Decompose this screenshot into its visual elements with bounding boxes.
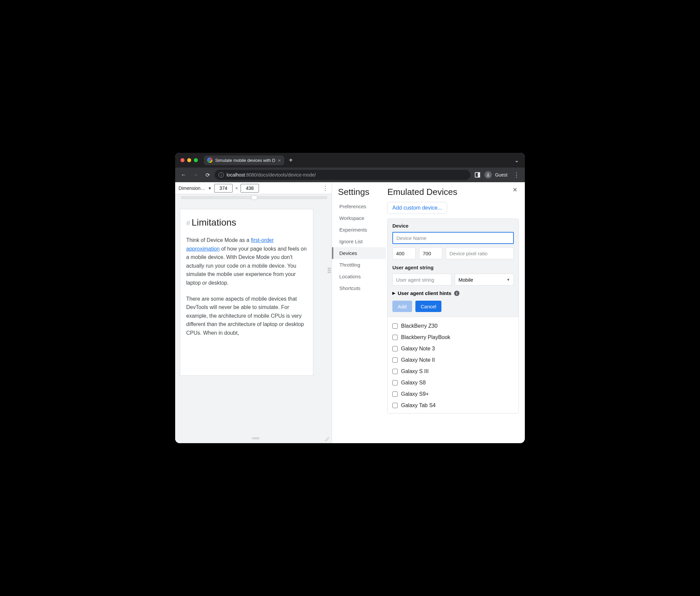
device-list-label: Galaxy S8 — [401, 380, 426, 386]
checkbox-icon[interactable] — [392, 392, 398, 397]
window-controls — [180, 158, 198, 162]
content-area: Dimension… ▼ × ⋮ #Limitations Think of D… — [175, 182, 525, 443]
close-window-icon[interactable] — [180, 158, 184, 162]
checkbox-icon[interactable] — [392, 369, 398, 374]
chrome-favicon-icon — [207, 157, 212, 163]
device-name-input[interactable] — [392, 232, 514, 244]
settings-nav-experiments[interactable]: Experiments — [332, 224, 386, 235]
device-list-item[interactable]: BlackBerry Z30 — [392, 320, 514, 332]
viewport-stage: #Limitations Think of Device Mode as a f… — [175, 194, 332, 443]
device-section-label: Device — [392, 223, 514, 229]
add-custom-device-button[interactable]: Add custom device... — [388, 202, 447, 214]
dimension-separator: × — [235, 185, 238, 191]
dropdown-caret-icon[interactable]: ▼ — [208, 186, 211, 190]
settings-nav-locations[interactable]: Locations — [332, 271, 386, 282]
add-device-button[interactable]: Add — [392, 301, 412, 312]
nav-back-button[interactable]: ← — [178, 170, 189, 180]
heading-anchor-icon[interactable]: # — [186, 219, 190, 227]
url-text: localhost:8080/docs/devtools/device-mode… — [227, 172, 316, 177]
title-bar: Simulate mobile devices with D × + ⌄ — [175, 153, 525, 168]
checkbox-icon[interactable] — [392, 335, 398, 340]
width-ruler[interactable] — [181, 196, 327, 199]
device-list-item[interactable]: Galaxy S9+ — [392, 389, 514, 400]
settings-sidebar: Settings PreferencesWorkspaceExperiments… — [332, 182, 386, 443]
emulated-viewport[interactable]: #Limitations Think of Device Mode as a f… — [180, 209, 313, 376]
device-form: Device User agent string Mobile — [388, 219, 519, 414]
ua-section-label: User agent string — [392, 265, 514, 270]
settings-nav-workspace[interactable]: Workspace — [332, 212, 386, 224]
viewport-height-input[interactable] — [241, 184, 259, 193]
checkbox-icon[interactable] — [392, 346, 398, 351]
width-ruler-thumb-icon[interactable] — [251, 195, 257, 200]
profile-label[interactable]: Guest — [495, 172, 507, 177]
device-width-input[interactable] — [392, 247, 416, 259]
device-form-section: Device User agent string Mobile — [388, 219, 519, 317]
info-icon[interactable]: i — [454, 291, 459, 296]
profile-avatar-icon[interactable] — [484, 171, 492, 178]
ua-type-value: Mobile — [458, 277, 473, 283]
tab-title: Simulate mobile devices with D — [215, 158, 275, 163]
nav-forward-button: → — [191, 170, 201, 180]
settings-title: Settings — [338, 187, 380, 197]
settings-nav-devices[interactable]: Devices — [332, 247, 386, 259]
site-info-icon[interactable]: i — [219, 172, 224, 177]
ua-type-select[interactable]: Mobile ▼ — [455, 274, 514, 285]
viewport-width-input[interactable] — [214, 184, 232, 193]
corner-resize-handle-icon[interactable] — [324, 437, 329, 441]
device-list-item[interactable]: Galaxy Note II — [392, 354, 514, 366]
ua-client-hints-label: User agent client hints — [398, 290, 451, 296]
address-bar[interactable]: i localhost:8080/docs/devtools/device-mo… — [215, 170, 471, 180]
page-heading: #Limitations — [186, 217, 307, 228]
devtools-settings: Settings PreferencesWorkspaceExperiments… — [332, 182, 525, 443]
tabs-dropdown-icon[interactable]: ⌄ — [512, 157, 522, 164]
settings-close-icon[interactable]: ✕ — [511, 185, 519, 194]
settings-nav-ignore-list[interactable]: Ignore List — [332, 235, 386, 247]
browser-tab[interactable]: Simulate mobile devices with D × — [204, 155, 284, 165]
device-pixel-ratio-input[interactable] — [446, 247, 514, 259]
checkbox-icon[interactable] — [392, 403, 398, 408]
device-toolbar-menu-icon[interactable]: ⋮ — [322, 184, 328, 192]
device-list-label: Galaxy Tab S4 — [401, 402, 436, 408]
device-list-item[interactable]: Blackberry PlayBook — [392, 332, 514, 343]
browser-window: Simulate mobile devices with D × + ⌄ ← →… — [175, 153, 525, 443]
settings-nav-throttling[interactable]: Throttling — [332, 259, 386, 271]
panel-icon — [475, 172, 480, 177]
device-mode-pane: Dimension… ▼ × ⋮ #Limitations Think of D… — [175, 182, 332, 443]
settings-nav-shortcuts[interactable]: Shortcuts — [332, 282, 386, 294]
device-list-item[interactable]: Galaxy Note 3 — [392, 343, 514, 354]
url-path: /docs/devtools/device-mode/ — [256, 172, 316, 177]
bottom-resize-handle-icon[interactable]: ══ — [252, 435, 258, 442]
device-list-label: BlackBerry Z30 — [401, 323, 438, 329]
ua-client-hints-toggle[interactable]: ▶ User agent client hints i — [392, 290, 514, 296]
maximize-window-icon[interactable] — [194, 158, 198, 162]
cancel-device-button[interactable]: Cancel — [416, 301, 442, 312]
device-list-label: Galaxy Note II — [401, 357, 435, 363]
checkbox-icon[interactable] — [392, 357, 398, 363]
device-list-item[interactable]: Galaxy Tab S4 — [392, 400, 514, 411]
height-handle[interactable] — [328, 268, 331, 291]
browser-menu-button[interactable]: ⋮ — [511, 171, 522, 178]
device-list: BlackBerry Z30Blackberry PlayBookGalaxy … — [388, 317, 519, 413]
device-list-item[interactable]: Galaxy S III — [392, 366, 514, 377]
panel-toggle-button[interactable] — [472, 170, 482, 180]
browser-toolbar: ← → ⟳ i localhost:8080/docs/devtools/dev… — [175, 168, 525, 182]
checkbox-icon[interactable] — [392, 380, 398, 386]
device-list-item[interactable]: Galaxy S8 — [392, 377, 514, 389]
settings-nav-preferences[interactable]: Preferences — [332, 201, 386, 212]
page-paragraph: There are some aspects of mobile devices… — [186, 295, 307, 338]
reload-button[interactable]: ⟳ — [202, 170, 212, 180]
device-height-input[interactable] — [419, 247, 443, 259]
checkbox-icon[interactable] — [392, 323, 398, 329]
user-agent-input[interactable] — [392, 274, 451, 285]
device-list-label: Galaxy S III — [401, 368, 429, 374]
device-list-label: Galaxy Note 3 — [401, 346, 435, 352]
tab-close-icon[interactable]: × — [278, 157, 281, 163]
page-paragraph: Think of Device Mode as a first-order ap… — [186, 236, 307, 287]
select-caret-icon: ▼ — [506, 278, 510, 282]
dimensions-dropdown[interactable]: Dimension… — [178, 185, 205, 191]
device-list-label: Blackberry PlayBook — [401, 334, 450, 340]
device-list-label: Galaxy S9+ — [401, 391, 429, 397]
minimize-window-icon[interactable] — [187, 158, 191, 162]
settings-body: Emulated Devices ✕ Add custom device... … — [386, 182, 525, 443]
new-tab-button[interactable]: + — [289, 157, 293, 164]
